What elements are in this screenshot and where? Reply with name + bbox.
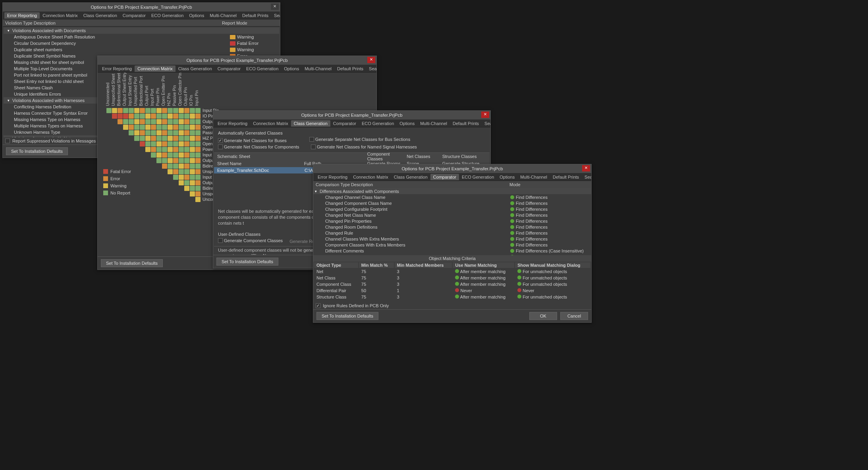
match-row[interactable]: Component Class753 After member matching… [314,281,590,287]
tab-default-prints[interactable]: Default Prints [334,65,366,72]
matrix-cell[interactable] [179,158,184,163]
comparator-list[interactable]: ▾ Differences Associated with Components… [313,188,591,255]
match-row[interactable]: Net753 After member matching For unmatch… [314,269,590,274]
matrix-cell[interactable] [190,158,195,163]
matrix-cell[interactable] [190,141,195,146]
matrix-cell[interactable] [151,147,156,152]
matrix-cell[interactable] [151,136,156,141]
matrix-cell[interactable] [184,119,189,124]
tab-class-generation[interactable]: Class Generation [176,65,215,72]
tab-class-generation[interactable]: Class Generation [391,174,430,180]
checkbox-suppress[interactable] [5,139,10,143]
matrix-cell[interactable] [156,125,162,130]
matrix-cell[interactable] [168,169,173,174]
matrix-cell[interactable] [184,125,189,130]
comparison-item[interactable]: Changed Channel Class NameFind Differenc… [313,194,591,200]
checkbox-net-comp[interactable] [218,144,223,149]
matrix-cell[interactable] [140,130,145,135]
matrix-cell[interactable] [118,119,123,124]
titlebar[interactable]: Options for PCB Project Example_Transfer… [213,111,490,119]
matrix-cell[interactable] [179,119,184,124]
matrix-cell[interactable] [129,108,134,113]
matrix-cell[interactable] [129,119,134,124]
matrix-cell[interactable] [145,130,150,135]
matrix-cell[interactable] [195,152,201,158]
matrix-cell[interactable] [190,130,195,135]
matrix-cell[interactable] [151,152,156,158]
matrix-cell[interactable] [134,108,139,113]
matrix-cell[interactable] [162,147,167,152]
set-defaults-button[interactable]: Set To Installation Defaults [101,259,163,267]
tab-eco-generation[interactable]: ECO Generation [149,12,186,19]
close-icon[interactable]: × [582,165,590,171]
matrix-cell[interactable] [168,130,173,135]
matrix-cell[interactable] [140,125,145,130]
matrix-cell[interactable] [123,119,128,124]
matrix-cell[interactable] [168,158,173,163]
tab-options[interactable]: Options [186,12,207,19]
tab-class-generation[interactable]: Class Generation [291,120,330,127]
tab-eco-generation[interactable]: ECO Generation [459,174,497,180]
matrix-cell[interactable] [156,136,162,141]
matrix-cell[interactable] [123,108,128,113]
matrix-cell[interactable] [190,169,195,174]
matrix-cell[interactable] [179,164,184,169]
tab-search-paths[interactable]: Search Paths [366,65,376,72]
matrix-cell[interactable] [173,158,178,163]
matrix-cell[interactable] [179,114,184,119]
matrix-cell[interactable] [184,136,189,141]
matrix-cell[interactable] [195,147,201,152]
tab-search-paths[interactable]: Search Paths [482,120,490,127]
matrix-cell[interactable] [195,191,201,196]
matrix-cell[interactable] [195,180,201,185]
close-icon[interactable]: × [271,4,279,10]
matrix-cell[interactable] [112,108,117,113]
matrix-cell[interactable] [162,152,167,158]
matrix-cell[interactable] [162,119,167,124]
matrix-cell[interactable] [173,136,178,141]
matrix-cell[interactable] [195,141,201,146]
matrix-cell[interactable] [184,114,189,119]
matrix-cell[interactable] [140,141,145,146]
matrix-cell[interactable] [168,152,173,158]
comparison-item[interactable]: Changed RuleFind Differences [313,230,591,236]
checkbox-gen-cc[interactable] [218,238,223,243]
matrix-cell[interactable] [184,141,189,146]
matrix-cell[interactable] [195,197,201,202]
matrix-cell[interactable] [134,130,139,135]
matrix-cell[interactable] [123,125,128,130]
matrix-cell[interactable] [145,136,150,141]
tab-connection-matrix[interactable]: Connection Matrix [40,12,81,19]
violation-group[interactable]: ▾Violations Associated with Documents [4,27,279,34]
tab-eco-generation[interactable]: ECO Generation [243,65,281,72]
matrix-cell[interactable] [168,114,173,119]
matrix-cell[interactable] [129,125,134,130]
checkbox-ignore-rules[interactable] [316,303,320,308]
matrix-cell[interactable] [190,119,195,124]
tab-default-prints[interactable]: Default Prints [550,174,582,180]
matrix-cell[interactable] [162,158,167,163]
match-row[interactable]: Differential Pair501 Never Never [314,288,590,293]
titlebar[interactable]: Options for PCB Project Example_Transfer… [313,164,591,173]
matrix-cell[interactable] [173,130,178,135]
set-defaults-button[interactable]: Set To Installation Defaults [316,312,378,320]
cancel-button[interactable]: Cancel [560,312,588,320]
matrix-cell[interactable] [145,114,150,119]
set-defaults-button[interactable]: Set To Installation Defaults [6,147,68,155]
matrix-cell[interactable] [173,175,178,180]
matrix-cell[interactable] [179,152,184,158]
matrix-cell[interactable] [162,136,167,141]
checkbox-named-harness[interactable] [311,144,316,149]
tab-options[interactable]: Options [497,174,517,180]
matrix-cell[interactable] [173,147,178,152]
matrix-cell[interactable] [168,108,173,113]
matrix-cell[interactable] [190,125,195,130]
matrix-cell[interactable] [190,191,195,196]
matrix-cell[interactable] [190,186,195,191]
checkbox-net-bus[interactable] [218,138,223,143]
matrix-cell[interactable] [190,164,195,169]
matrix-cell[interactable] [168,147,173,152]
matrix-cell[interactable] [168,136,173,141]
titlebar[interactable]: Options for PCB Project Example_Transfer… [98,56,376,65]
matrix-cell[interactable] [184,180,189,185]
